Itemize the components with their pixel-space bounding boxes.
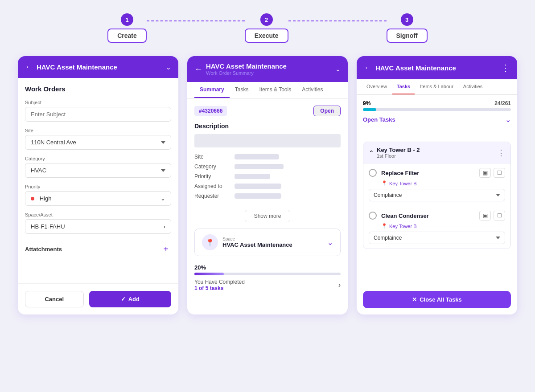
task-replace-filter-status-select[interactable]: Complaince In Progress Done [369, 189, 505, 201]
requester-info-label: Requester [194, 193, 235, 199]
tab-items-labour[interactable]: Items & Labour [416, 79, 458, 94]
tab-summary[interactable]: Summary [194, 82, 230, 98]
space-location-icon: 📍 [202, 234, 218, 250]
execute-header-info: HAVC Asset Maintenance Work Order Summar… [206, 62, 332, 76]
signoff-back-icon[interactable]: ← [364, 63, 372, 73]
task-group-dots-icon[interactable]: ⋮ [497, 148, 505, 158]
task-complete-info: You Have Completed 1 of 5 tasks [194, 279, 245, 291]
task-replace-filter-checkbox[interactable] [369, 169, 377, 177]
execute-chevron-icon[interactable]: ⌄ [335, 65, 341, 73]
back-icon[interactable]: ← [25, 62, 33, 72]
priority-select[interactable]: High ⌄ [25, 191, 171, 206]
create-card-footer: Cancel ✓ Add [18, 283, 178, 314]
execute-card-title: HAVC Asset Maintenance [206, 62, 332, 70]
task-progress-row: 9% 24/261 [363, 100, 511, 106]
execute-card-header: ← HAVC Asset Maintenance Work Order Summ… [187, 56, 348, 82]
progress-fill [194, 273, 224, 275]
clean-location-pin-icon: 📍 [381, 223, 387, 229]
space-asset-arrow-icon: › [164, 223, 165, 230]
progress-percent: 20% [194, 264, 341, 271]
tab-activities-signoff[interactable]: Activities [459, 79, 487, 94]
cancel-button[interactable]: Cancel [25, 291, 84, 307]
task-clean-condenser-location: 📍 Key Tower B [369, 223, 505, 229]
header-chevron-icon[interactable]: ⌄ [166, 64, 171, 71]
step-1-label: Create [107, 29, 147, 43]
task-clean-condenser-name: Clean Condenser [381, 212, 475, 219]
task-clean-condenser-status-select[interactable]: Complaince In Progress Done [369, 232, 505, 244]
tab-tasks-signoff[interactable]: Tasks [392, 79, 415, 94]
site-select[interactable]: 110N Central Ave [25, 135, 171, 150]
execute-back-icon[interactable]: ← [194, 65, 202, 74]
info-row-site: Site [194, 154, 341, 160]
space-name: HVAC Asset Maintenance [222, 241, 327, 248]
tab-items-tools[interactable]: Items & Tools [254, 82, 296, 98]
progress-bar [194, 273, 341, 275]
space-chevron-icon[interactable]: ⌄ [327, 238, 333, 247]
work-orders-title: Work Orders [25, 85, 171, 93]
task-progress-percent: 9% [363, 100, 370, 106]
task-clean-image-icon[interactable]: ▣ [479, 211, 491, 220]
space-label: Space [222, 237, 327, 241]
task-replace-filter-loc-text: Key Tower B [389, 181, 417, 186]
category-info-value [235, 164, 284, 169]
tab-tasks[interactable]: Tasks [230, 82, 254, 98]
add-button[interactable]: ✓ Add [89, 291, 171, 307]
site-info-value [235, 154, 279, 159]
task-group-title-block: Key Tower B - 2 1st Floor [377, 147, 420, 159]
task-group-collapse-icon[interactable]: ⌃ [369, 149, 374, 156]
task-complete-row: You Have Completed 1 of 5 tasks › [194, 279, 341, 291]
show-more-button[interactable]: Show more [245, 210, 291, 222]
priority-group: Priority High ⌄ [25, 184, 171, 206]
create-card: ← HAVC Asset Maintenance ⌄ Work Orders S… [18, 56, 178, 314]
space-asset-group: Space/Asset HB-F1-FAHU › [25, 212, 171, 234]
open-tasks-chevron-icon[interactable]: ⌄ [505, 115, 511, 124]
execute-tabs: Summary Tasks Items & Tools Activities [187, 82, 348, 98]
task-group-title: Key Tower B - 2 [377, 147, 420, 153]
priority-label: Priority [25, 184, 171, 189]
task-group-info: ⌃ Key Tower B - 2 1st Floor [369, 147, 420, 159]
checkmark-icon: ✓ [121, 296, 126, 302]
info-row-assigned: Assigned to [194, 183, 341, 189]
subject-input[interactable] [25, 107, 171, 122]
close-all-label: Close All Tasks [420, 296, 462, 303]
task-replace-filter-location: 📍 Key Tower B [369, 180, 505, 186]
task-replace-filter-name: Replace Filter [381, 170, 475, 176]
attachments-row: Attatchments + [25, 244, 171, 254]
site-group: Site 110N Central Ave [25, 128, 171, 150]
task-arrow-icon[interactable]: › [338, 281, 341, 289]
category-info-label: Category [194, 163, 235, 170]
add-attachment-button[interactable]: + [160, 244, 171, 254]
close-x-icon: ✕ [412, 296, 417, 303]
subject-group: Subject [25, 100, 171, 122]
step-signoff: 3 Signoff [387, 13, 428, 43]
task-clean-condenser-icons: ▣ ☐ [479, 211, 505, 220]
task-clean-comment-icon[interactable]: ☐ [494, 211, 505, 220]
category-select[interactable]: HVAC [25, 163, 171, 178]
task-item-clean-condenser: Clean Condenser ▣ ☐ 📍 Key Tower B Compla… [363, 206, 510, 249]
signoff-dots-icon[interactable]: ⋮ [501, 62, 510, 73]
steps-header: 1 Create 2 Execute 3 Signoff [18, 13, 517, 43]
site-label: Site [25, 128, 171, 133]
task-comment-icon[interactable]: ☐ [494, 168, 505, 178]
tab-activities[interactable]: Activities [296, 82, 328, 98]
signoff-tabs: Overview Tasks Items & Labour Activities [357, 79, 517, 95]
assigned-info-label: Assigned to [194, 183, 235, 189]
step-2-badge: 2 [260, 13, 273, 26]
space-asset-select[interactable]: HB-F1-FAHU › [25, 219, 171, 234]
badge-row: #4320666 Open [194, 106, 341, 116]
description-placeholder [194, 134, 341, 147]
space-asset-label: Space/Asset [25, 212, 171, 217]
attachments-label: Attatchments [25, 246, 62, 253]
work-order-id-badge: #4320666 [194, 106, 227, 116]
cards-container: ← HAVC Asset Maintenance ⌄ Work Orders S… [18, 56, 517, 314]
task-link[interactable]: 1 of 5 tasks [194, 285, 245, 291]
tab-overview[interactable]: Overview [362, 79, 391, 94]
location-pin-icon: 📍 [381, 180, 387, 186]
step-line-1 [147, 20, 245, 21]
step-line-2 [288, 20, 387, 21]
task-clean-condenser-loc-text: Key Tower B [389, 224, 417, 229]
task-image-icon[interactable]: ▣ [479, 168, 491, 178]
task-clean-condenser-checkbox[interactable] [369, 212, 377, 220]
status-badge[interactable]: Open [313, 106, 341, 116]
close-all-tasks-button[interactable]: ✕ Close All Tasks [363, 291, 511, 308]
